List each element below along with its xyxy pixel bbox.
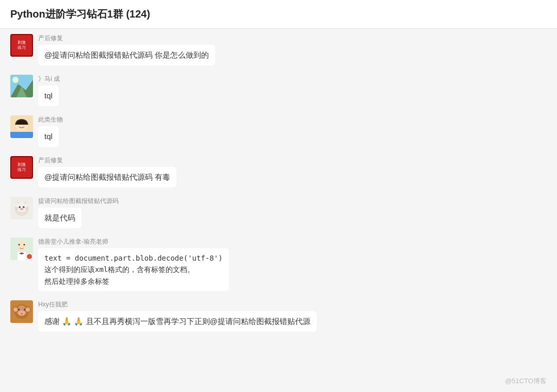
watermark: @51CTO博客 xyxy=(505,377,547,386)
message-item: 》马i 成tql xyxy=(10,75,547,106)
message-content: Hxy任我肥感谢 🙏 🙏 且不且再秀横泻一版雪再学习下正则@提请问粘给图截报错贴… xyxy=(38,300,547,332)
message-content: 产后修复@提请问粘给图截报错贴代源码 你是怎么做到的 xyxy=(38,34,547,65)
avatar: 刺激练习 xyxy=(10,34,33,57)
svg-point-38 xyxy=(26,308,30,312)
message-bubble: 感谢 🙏 🙏 且不且再秀横泻一版雪再学习下正则@提请问粘给图截报错贴代源 xyxy=(38,311,317,332)
svg-rect-25 xyxy=(21,252,22,254)
message-content: 此类生物tql xyxy=(38,115,547,147)
message-bubble: @提请问粘给图截报错贴代源码 你是怎么做到的 xyxy=(38,45,215,65)
message-username: 此类生物 xyxy=(38,115,547,124)
avatar xyxy=(10,75,33,97)
svg-point-34 xyxy=(21,313,23,315)
avatar xyxy=(10,300,33,323)
message-username: 》马i 成 xyxy=(38,75,547,83)
message-bubble: tql xyxy=(38,86,59,106)
avatar: 刺激练习 xyxy=(10,156,33,179)
message-item: 此类生物tql xyxy=(10,115,547,147)
svg-point-14 xyxy=(19,206,21,208)
svg-point-26 xyxy=(19,244,20,246)
avatar xyxy=(10,197,33,219)
message-content: 德善堂小儿推拿-瑜亮老师text = document.part.blob.de… xyxy=(38,237,547,291)
message-bubble: tql xyxy=(38,126,59,147)
message-content: 产后修复@提请问粘给图截报错贴代源码 有毒 xyxy=(38,156,547,188)
message-username: Hxy任我肥 xyxy=(38,300,547,309)
message-item: 德善堂小儿推拿-瑜亮老师text = document.part.blob.de… xyxy=(10,237,547,291)
svg-point-16 xyxy=(20,208,23,210)
chat-title: Python进阶学习钻石1群 (124) xyxy=(10,8,150,20)
message-item: 提请问粘给图截报错贴代源码就是代码 xyxy=(10,197,547,228)
svg-rect-8 xyxy=(10,132,33,138)
chat-message-list: 刺激练习产后修复@提请问粘给图截报错贴代源码 你是怎么做到的 》马i 成tql … xyxy=(0,29,557,392)
svg-point-3 xyxy=(12,77,19,83)
message-bubble: 就是代码 xyxy=(38,208,81,228)
message-item: 刺激练习产后修复@提请问粘给图截报错贴代源码 你是怎么做到的 xyxy=(10,34,547,65)
svg-point-15 xyxy=(23,206,25,208)
message-item: Hxy任我肥感谢 🙏 🙏 且不且再秀横泻一版雪再学习下正则@提请问粘给图截报错贴… xyxy=(10,300,547,332)
svg-point-37 xyxy=(13,308,18,312)
message-username: 德善堂小儿推拿-瑜亮老师 xyxy=(38,237,547,246)
chat-header: Python进阶学习钻石1群 (124) xyxy=(0,0,557,29)
avatar xyxy=(10,237,33,260)
avatar xyxy=(10,115,33,138)
message-username: 产后修复 xyxy=(38,156,547,165)
message-content: 》马i 成tql xyxy=(38,75,547,106)
message-item: 刺激练习产后修复@提请问粘给图截报错贴代源码 有毒 xyxy=(10,156,547,188)
message-bubble: @提请问粘给图截报错贴代源码 有毒 xyxy=(38,167,176,188)
message-username: 产后修复 xyxy=(38,34,547,43)
message-bubble: text = document.part.blob.decode('utf-8'… xyxy=(38,248,229,291)
message-username: 提请问粘给图截报错贴代源码 xyxy=(38,197,547,206)
message-content: 提请问粘给图截报错贴代源码就是代码 xyxy=(38,197,547,228)
svg-point-27 xyxy=(24,244,25,246)
